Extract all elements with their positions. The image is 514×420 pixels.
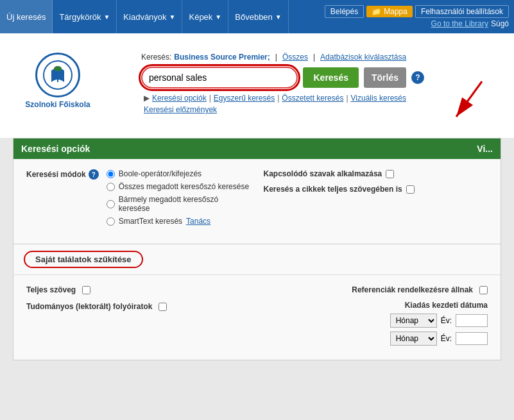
- mode-smarttext[interactable]: SmartText keresés Tanács: [107, 217, 251, 226]
- options-header: Keresési opciók Vi...: [13, 139, 501, 159]
- month-select-1[interactable]: Hónap Január Február Március: [390, 314, 437, 328]
- options-right: Kapcsolódó szavak alkalmazása Keresés a …: [264, 169, 488, 194]
- search-area: Keresés: Business Source Premier; | Össz…: [141, 53, 424, 114]
- sajat-section: Saját találatok szűkítése Teljes szöveg …: [13, 244, 501, 360]
- pub-date-label: Kiadás kezdeti dátuma: [405, 301, 488, 310]
- scientific-label: Tudományos (lektorált) folyóiratok: [26, 302, 152, 311]
- nav-new-search[interactable]: Új keresés: [0, 0, 53, 33]
- info-icon[interactable]: ?: [89, 169, 99, 180]
- search-info-row: Keresés: Business Source Premier; | Össz…: [141, 53, 424, 62]
- search-db: Business Source Premier;: [174, 53, 270, 62]
- related-words-checkbox[interactable]: [386, 170, 394, 178]
- options-title: Keresési opciók: [21, 144, 90, 154]
- radio-group: Boole-operátor/kifejezés Összes megadott…: [107, 169, 251, 226]
- logo-circle: [35, 53, 80, 97]
- nav-left: Új keresés Tárgykörök ▼ Kiadványok ▼ Kép…: [0, 0, 320, 33]
- logo-svg: [42, 59, 74, 91]
- fulltext-search-checkbox[interactable]: [406, 185, 415, 194]
- sajat-header-row: Saját találatok szűkítése: [13, 244, 501, 275]
- sajat-right: Referenciák rendelkezésre állnak Kiadás …: [270, 285, 488, 349]
- sajat-left: Teljes szöveg Tudományos (lektorált) fol…: [26, 285, 244, 349]
- sajat-header: Saját találatok szűkítése: [24, 251, 143, 268]
- nav-images[interactable]: Képek ▼: [182, 0, 228, 33]
- mode-boolean[interactable]: Boole-operátor/kifejezés: [107, 169, 251, 178]
- search-history-row: Keresési előzmények: [141, 105, 424, 114]
- options-panel: Keresési opciók Vi... Keresési módok ? B…: [13, 138, 501, 244]
- red-arrow-annotation: [443, 78, 495, 130]
- mode-any-word[interactable]: Bármely megadott keresőszó keresése: [107, 195, 251, 213]
- options-right-label: Vi...: [477, 144, 493, 154]
- year-label-2: Év:: [441, 334, 452, 343]
- help-icon[interactable]: ?: [411, 71, 424, 84]
- references-row: Referenciák rendelkezésre állnak: [270, 285, 488, 294]
- chevron-down-icon: ▼: [275, 13, 282, 21]
- fulltext-checkbox[interactable]: [82, 286, 90, 294]
- logo-text: Szolnoki Főiskola: [25, 100, 90, 109]
- nav-right-bottom: Go to the Library Súgó: [431, 19, 509, 28]
- fulltext-search-label: Keresés a cikkek teljes szövegében is: [264, 185, 402, 194]
- related-words-row: Kapcsolódó szavak alkalmazása: [264, 169, 488, 178]
- scientific-row: Tudományos (lektorált) folyóiratok: [26, 302, 244, 311]
- logo-area: Szolnoki Főiskola: [19, 53, 96, 109]
- visual-search-link[interactable]: Vizuális keresés: [351, 94, 406, 103]
- scientific-checkbox[interactable]: [158, 303, 167, 311]
- chevron-down-icon: ▼: [169, 13, 176, 21]
- search-history-link[interactable]: Keresési előzmények: [144, 105, 217, 114]
- year-input-1[interactable]: [456, 314, 488, 327]
- year-input-2[interactable]: [456, 332, 488, 345]
- references-label: Referenciák rendelkezésre állnak: [352, 285, 473, 294]
- folder-icon: 📁: [372, 7, 381, 16]
- clear-button[interactable]: Törlés: [364, 67, 406, 88]
- complex-search-link[interactable]: Összetett keresés: [282, 94, 343, 103]
- chevron-down-icon: ▼: [103, 13, 110, 21]
- login-button[interactable]: Belépés: [325, 5, 364, 18]
- search-modes-label: Keresési módok ?: [26, 169, 99, 180]
- pub-date-section: Kiadás kezdeti dátuma Hónap Január Febru…: [270, 301, 488, 346]
- options-main-row: Keresési módok ? Boole-operátor/kifejezé…: [26, 169, 488, 226]
- pub-date-row1: Hónap Január Február Március Év:: [270, 314, 488, 328]
- select-db-link[interactable]: Adatbázisok kiválasztása: [320, 53, 406, 62]
- help-link[interactable]: Súgó: [491, 19, 509, 28]
- svg-line-3: [456, 81, 482, 117]
- chevron-down-icon: ▼: [215, 13, 221, 21]
- top-navigation: Új keresés Tárgykörök ▼ Kiadványok ▼ Kép…: [0, 0, 514, 33]
- advice-link[interactable]: Tanács: [186, 217, 210, 226]
- nav-publications[interactable]: Kiadványok ▼: [117, 0, 182, 33]
- year-label-1: Év:: [441, 316, 452, 325]
- go-to-library-link[interactable]: Go to the Library: [431, 19, 488, 28]
- search-input-wrapper: [141, 67, 298, 88]
- search-links-row: ▶ Keresési opciók | Egyszerű keresés | Ö…: [141, 94, 424, 103]
- arrow-area: [443, 53, 495, 131]
- user-settings-button[interactable]: Felhasználói beállítások: [415, 5, 509, 18]
- search-button[interactable]: Keresés: [303, 67, 359, 88]
- search-label: Keresés:: [141, 53, 171, 62]
- nav-right: Belépés 📁 Mappa Felhasználói beállítások…: [320, 0, 514, 33]
- related-words-label: Kapcsolódó szavak alkalmazása: [264, 169, 382, 178]
- options-left: Keresési módok ? Boole-operátor/kifejezé…: [26, 169, 251, 226]
- options-body: Keresési módok ? Boole-operátor/kifejezé…: [13, 159, 501, 244]
- svg-point-1: [54, 66, 62, 71]
- search-header: Szolnoki Főiskola Keresés: Business Sour…: [0, 33, 514, 138]
- sajat-body: Teljes szöveg Tudományos (lektorált) fol…: [13, 275, 501, 360]
- fulltext-row: Teljes szöveg: [26, 285, 244, 294]
- nav-subjects[interactable]: Tárgykörök ▼: [53, 0, 117, 33]
- mode-all-words[interactable]: Összes megadott keresőszó keresése: [107, 182, 251, 191]
- nav-more[interactable]: Bővebben ▼: [228, 0, 288, 33]
- search-input[interactable]: [141, 67, 298, 88]
- pub-date-label-row: Kiadás kezdeti dátuma: [270, 301, 488, 310]
- pub-date-row2: Hónap Január Február Év:: [270, 332, 488, 346]
- folder-button[interactable]: 📁 Mappa: [366, 6, 413, 17]
- references-checkbox[interactable]: [479, 286, 488, 294]
- month-select-2[interactable]: Hónap Január Február: [390, 332, 437, 346]
- search-options-link[interactable]: Keresési opciók: [152, 94, 207, 103]
- search-all[interactable]: Összes: [282, 53, 308, 62]
- search-input-row: Keresés Törlés ?: [141, 67, 424, 88]
- simple-search-link[interactable]: Egyszerű keresés: [214, 94, 275, 103]
- fulltext-search-row: Keresés a cikkek teljes szövegében is: [264, 185, 488, 194]
- sajat-main-row: Teljes szöveg Tudományos (lektorált) fol…: [26, 285, 488, 349]
- nav-right-top: Belépés 📁 Mappa Felhasználói beállítások: [325, 5, 509, 18]
- fulltext-label: Teljes szöveg: [26, 285, 76, 294]
